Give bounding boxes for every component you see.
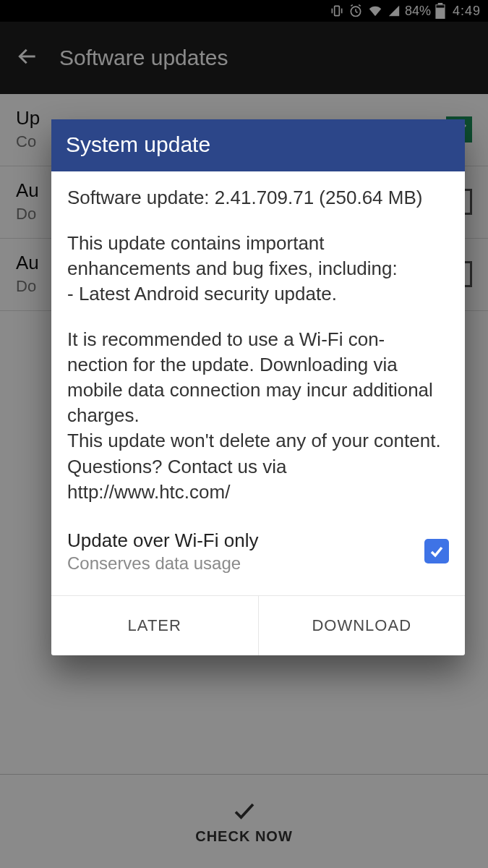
update-description-2: It is recommended to use a Wi-Fi con- ne… [67,327,449,505]
download-button[interactable]: DOWNLOAD [259,596,466,655]
dialog-buttons: LATER DOWNLOAD [51,595,465,655]
wifi-only-subtitle: Conserves data usage [67,553,258,574]
later-button[interactable]: LATER [51,596,258,655]
screen: Up Co Au Do Au Do CHECK NOW [0,0,488,868]
update-version-line: Software update: 2.41.709.71 (250.64 MB) [67,186,449,210]
wifi-only-checkbox[interactable] [424,539,449,563]
check-icon [428,542,445,560]
system-update-dialog: System update Software update: 2.41.709.… [51,119,465,655]
dialog-title: System update [51,119,465,171]
dialog-body: Software update: 2.41.709.71 (250.64 MB)… [51,171,465,595]
wifi-only-title: Update over Wi-Fi only [67,529,258,552]
update-description-1: This update contains important enhanceme… [67,231,449,307]
wifi-only-row[interactable]: Update over Wi-Fi only Conserves data us… [67,525,449,587]
